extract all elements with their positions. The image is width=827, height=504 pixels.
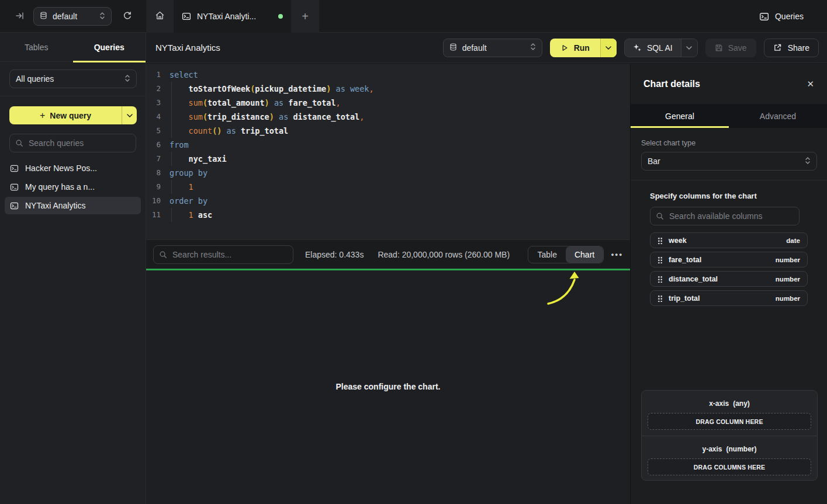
line-number: 9	[146, 180, 166, 194]
drag-handle-icon[interactable]	[658, 237, 662, 244]
share-icon	[773, 43, 782, 52]
code-line: 11 1 asc	[146, 208, 630, 222]
line-number: 10	[146, 194, 166, 208]
chevron-updown-icon	[99, 12, 105, 22]
save-button[interactable]: Save	[705, 39, 756, 57]
sidebar-tab-queries[interactable]: Queries	[73, 33, 146, 61]
column-name: distance_total	[669, 275, 718, 283]
x-axis-drop-hint: DRAG COLUMN HERE	[695, 418, 763, 425]
save-label: Save	[728, 43, 747, 53]
results-more-button[interactable]: ●●●	[611, 252, 623, 258]
drag-handle-icon[interactable]	[658, 295, 662, 302]
search-results-input[interactable]	[153, 245, 293, 264]
column-name: fare_total	[669, 256, 701, 264]
header-database-selector[interactable]: default	[443, 39, 542, 57]
line-number: 8	[146, 166, 166, 180]
tab-general[interactable]: General	[631, 104, 729, 128]
x-axis-dropzone[interactable]: DRAG COLUMN HERE	[648, 413, 811, 430]
terminal-icon	[10, 164, 19, 173]
query-item-label: Hacker News Pos...	[25, 164, 97, 173]
header-actions: default Run	[443, 39, 819, 57]
sidebar: Tables Queries All queries + New query	[0, 33, 146, 504]
terminal-icon	[182, 12, 191, 21]
query-list-item-selected[interactable]: NYTaxi Analytics	[5, 197, 141, 214]
axis-configuration: x-axis(any) DRAG COLUMN HERE y-axis(numb…	[641, 390, 818, 481]
column-type: number	[776, 276, 800, 283]
queries-shortcut-button[interactable]: Queries	[759, 0, 804, 33]
code-line: 1select	[146, 68, 630, 82]
topbar-database-selector[interactable]: default	[33, 7, 112, 26]
sidebar-tab-tables[interactable]: Tables	[0, 33, 73, 61]
view-toggle: Table Chart	[528, 246, 604, 263]
line-number: 1	[146, 68, 166, 82]
search-queries-input[interactable]	[9, 134, 136, 152]
collapse-sidebar-button[interactable]	[11, 7, 29, 26]
chart-type-label: Select chart type	[641, 139, 816, 147]
share-button[interactable]: Share	[764, 39, 819, 57]
sql-ai-dropdown-button[interactable]	[681, 39, 697, 57]
home-icon	[155, 11, 165, 22]
column-name: week	[669, 237, 687, 245]
query-list: Hacker News Pos... My query has a n... N…	[5, 159, 141, 214]
tab-advanced[interactable]: Advanced	[729, 104, 827, 128]
share-label: Share	[788, 43, 809, 53]
column-list: week date fare_total number distance_tot…	[650, 232, 808, 306]
sql-ai-label: SQL AI	[647, 43, 673, 53]
line-number: 6	[146, 138, 166, 152]
x-axis-label: x-axis	[709, 399, 729, 408]
chart-type-selector[interactable]: Bar	[641, 152, 817, 171]
column-row-trip-total[interactable]: trip_total number	[650, 290, 808, 306]
new-query-button[interactable]: + New query	[9, 106, 137, 124]
y-axis-dropzone[interactable]: DRAG COLUMNS HERE	[648, 458, 811, 475]
drag-handle-icon[interactable]	[658, 276, 662, 283]
topbar-database-value: default	[53, 12, 77, 21]
rows-read-stats: Read: 20,000,000 rows (260.00 MB)	[378, 250, 510, 259]
query-filter-selector[interactable]: All queries	[9, 69, 137, 88]
query-filter-value: All queries	[16, 74, 54, 84]
sql-ai-button[interactable]: SQL AI	[624, 39, 698, 57]
terminal-icon	[759, 12, 769, 22]
query-list-item[interactable]: Hacker News Pos...	[5, 159, 141, 177]
elapsed-time: Elapsed: 0.433s	[305, 250, 364, 259]
home-button[interactable]	[146, 0, 174, 33]
column-row-fare-total[interactable]: fare_total number	[650, 252, 808, 267]
column-row-week[interactable]: week date	[650, 232, 808, 248]
database-icon	[449, 43, 457, 53]
results-toolbar: Elapsed: 0.433s Read: 20,000,000 rows (2…	[146, 239, 630, 269]
chevron-updown-icon	[530, 43, 536, 53]
queries-shortcut-label: Queries	[775, 12, 804, 21]
run-button[interactable]: Run	[550, 39, 617, 57]
chart-view-tab[interactable]: Chart	[566, 246, 603, 263]
x-axis-section: x-axis(any) DRAG COLUMN HERE	[642, 391, 817, 436]
table-view-tab[interactable]: Table	[528, 246, 565, 263]
y-axis-label: y-axis	[702, 445, 722, 453]
column-type: number	[776, 256, 800, 263]
tab-nytaxi-analytics[interactable]: NYTaxi Analyti...	[174, 0, 291, 33]
sql-console-app: default NYTaxi Analyti...	[0, 0, 827, 504]
query-list-item[interactable]: My query has a n...	[5, 178, 141, 196]
y-axis-section: y-axis(number) DRAG COLUMNS HERE	[642, 436, 817, 481]
panel-title: Chart details	[643, 79, 700, 89]
code-line: 3 sum(total_amount) as fare_total,	[146, 96, 630, 110]
database-icon	[40, 12, 47, 21]
column-row-distance-total[interactable]: distance_total number	[650, 271, 808, 287]
sql-editor[interactable]: 1select2 toStartOfWeek(pickup_datetime) …	[146, 64, 630, 239]
line-number: 2	[146, 82, 166, 96]
save-icon	[715, 44, 723, 52]
refresh-button[interactable]	[118, 7, 137, 26]
close-icon[interactable]: ✕	[807, 79, 814, 89]
chevron-updown-icon	[124, 74, 130, 84]
column-type: date	[786, 237, 800, 244]
sidebar-tabs: Tables Queries	[0, 33, 146, 62]
run-label: Run	[574, 43, 590, 53]
drag-handle-icon[interactable]	[658, 256, 662, 263]
search-columns-input[interactable]	[650, 207, 800, 225]
top-bar: default NYTaxi Analyti...	[0, 0, 827, 33]
code-line: 9 1	[146, 180, 630, 194]
run-dropdown-button[interactable]	[600, 39, 617, 57]
new-tab-button[interactable]: +	[291, 0, 319, 33]
table-view-label: Table	[537, 250, 556, 259]
terminal-icon	[10, 183, 19, 192]
sparkles-icon	[633, 43, 642, 52]
new-query-dropdown-button[interactable]	[122, 106, 137, 124]
